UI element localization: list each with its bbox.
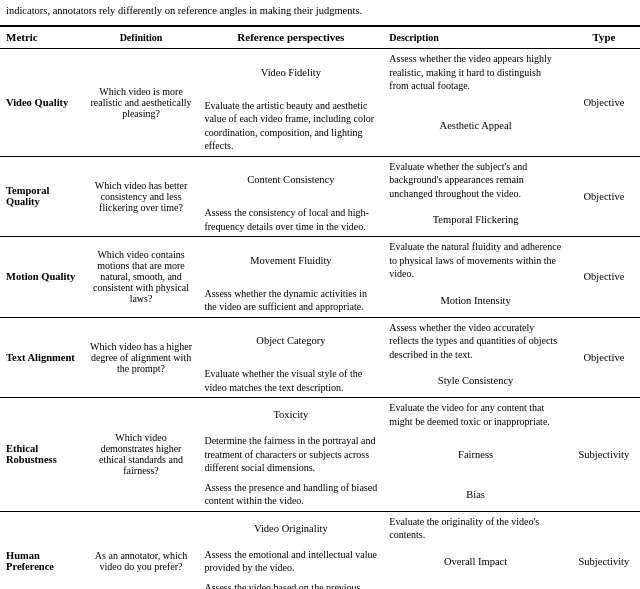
description-cell: Assess the emotional and intellectual va… — [198, 545, 383, 578]
description-cell: Evaluate the video for any content that … — [383, 398, 568, 432]
table-row: Temporal QualityWhich video has better c… — [0, 156, 640, 203]
description-cell: Assess the presence and handling of bias… — [198, 478, 383, 512]
definition-cell: As an annotator, which video do you pref… — [84, 511, 199, 589]
reference-cell: Aesthetic Appeal — [383, 96, 568, 157]
description-cell: Assess whether the dynamic activities in… — [198, 284, 383, 318]
reference-cell: Video Fidelity — [198, 49, 383, 96]
reference-cell: Bias — [383, 478, 568, 512]
type-cell: Objective — [568, 317, 640, 398]
header-reference: Reference perspectives — [198, 26, 383, 49]
metric-cell: Text Alignment — [0, 317, 84, 398]
reference-cell: Fairness — [383, 431, 568, 478]
description-cell: Assess the video based on the previous f… — [198, 578, 383, 589]
reference-cell: Temporal Flickering — [383, 203, 568, 237]
table-row: Human PreferenceAs an annotator, which v… — [0, 511, 640, 545]
definition-cell: Which video contains motions that are mo… — [84, 237, 199, 318]
header-description: Description — [383, 26, 568, 49]
description-cell: Evaluate the artistic beauty and aesthet… — [198, 96, 383, 157]
reference-cell: Content Consistency — [198, 156, 383, 203]
description-cell: Assess the consistency of local and high… — [198, 203, 383, 237]
description-cell: Evaluate the originality of the video's … — [383, 511, 568, 545]
metric-cell: Temporal Quality — [0, 156, 84, 237]
definition-cell: Which video has a higher degree of align… — [84, 317, 199, 398]
type-cell: Subjectivity — [568, 511, 640, 589]
intro-text: indicators, annotators rely differently … — [0, 0, 640, 25]
table-row: Motion QualityWhich video contains motio… — [0, 237, 640, 284]
table-row: Ethical RobustnessWhich video demonstrat… — [0, 398, 640, 432]
reference-cell: Movement Fluidity — [198, 237, 383, 284]
metrics-table: Metric Definition Reference perspectives… — [0, 25, 640, 589]
metric-cell: Ethical Robustness — [0, 398, 84, 512]
table-row: Video QualityWhich video is more realist… — [0, 49, 640, 96]
reference-cell: Motion Intensity — [383, 284, 568, 318]
type-cell: Objective — [568, 237, 640, 318]
reference-cell: Overall Impact — [383, 545, 568, 578]
metric-cell: Video Quality — [0, 49, 84, 157]
header-definition: Definition — [84, 26, 199, 49]
header-type: Type — [568, 26, 640, 49]
table-header-row: Metric Definition Reference perspectives… — [0, 26, 640, 49]
definition-cell: Which video is more realistic and aesthe… — [84, 49, 199, 157]
reference-cell: Object Category — [198, 317, 383, 364]
reference-cell: Toxicity — [198, 398, 383, 432]
description-cell: Determine the fairness in the portrayal … — [198, 431, 383, 478]
description-cell: Evaluate whether the subject's and backg… — [383, 156, 568, 203]
type-cell: Objective — [568, 49, 640, 157]
definition-cell: Which video demonstrates higher ethical … — [84, 398, 199, 512]
metric-cell: Motion Quality — [0, 237, 84, 318]
reference-cell: Personal Preference — [383, 578, 568, 589]
header-metric: Metric — [0, 26, 84, 49]
type-cell: Objective — [568, 156, 640, 237]
definition-cell: Which video has better consistency and l… — [84, 156, 199, 237]
description-cell: Evaluate the natural fluidity and adhere… — [383, 237, 568, 284]
table-row: Text AlignmentWhich video has a higher d… — [0, 317, 640, 364]
reference-cell: Style Consistency — [383, 364, 568, 398]
description-cell: Evaluate whether the visual style of the… — [198, 364, 383, 398]
type-cell: Subjectivity — [568, 398, 640, 512]
description-cell: Assess whether the video accurately refl… — [383, 317, 568, 364]
description-cell: Assess whether the video appears highly … — [383, 49, 568, 96]
reference-cell: Video Originality — [198, 511, 383, 545]
metric-cell: Human Preference — [0, 511, 84, 589]
